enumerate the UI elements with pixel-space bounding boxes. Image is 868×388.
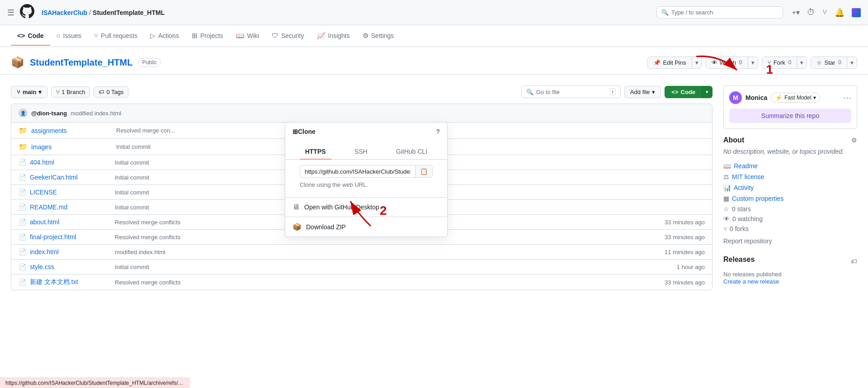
repo-sidebar: M Monica ⚡ Fast Model ▾ ⋯ Summarize this… [723, 85, 857, 290]
desktop-icon: 🖥 [292, 203, 300, 211]
create-release-link[interactable]: Create a new release [723, 278, 779, 285]
balance-icon: ⚖ [723, 173, 729, 180]
file-name-link[interactable]: about.html [30, 218, 111, 226]
monica-name: Monica [745, 94, 767, 101]
custom-props-link[interactable]: ▦ Custom properties [723, 193, 857, 204]
tab-insights[interactable]: 📈 Insights [311, 26, 356, 46]
branch-count[interactable]: ⑂ 1 Branch [51, 86, 90, 98]
tab-code[interactable]: <> Code [11, 26, 50, 46]
folder-icon: 📁 [19, 142, 28, 151]
hamburger-icon[interactable]: ☰ [7, 8, 14, 18]
file-name-link[interactable]: index.html [30, 248, 111, 256]
folder-icon: 📁 [19, 126, 28, 135]
security-icon: 🛡 [272, 32, 278, 39]
edit-pins-caret[interactable]: ▾ [692, 57, 702, 68]
insights-icon: 📈 [317, 32, 326, 40]
code-brackets-icon: <> [671, 89, 678, 95]
clone-tab-cli[interactable]: GitHub CLI [391, 144, 433, 160]
file-name-link[interactable]: GeekerICan.html [30, 174, 111, 181]
commit-author[interactable]: @dion-tsang [31, 110, 67, 117]
org-link[interactable]: ISAHackerClub [42, 9, 87, 16]
watch-caret[interactable]: ▾ [748, 57, 758, 68]
annotation-number-1: 1 [766, 62, 773, 77]
file-icon: 📄 [19, 174, 26, 181]
summarize-button[interactable]: Summarize this repo [729, 109, 851, 123]
clone-tabs: HTTPS SSH GitHub CLI [285, 139, 447, 160]
file-name-link[interactable]: 404.html [30, 159, 111, 166]
fork-caret[interactable]: ▾ [797, 57, 807, 68]
tab-projects[interactable]: ⊞ Projects [185, 26, 230, 46]
clone-tab-https[interactable]: HTTPS [300, 144, 331, 160]
code-caret-button[interactable]: ▾ [702, 86, 712, 98]
fast-model-icon: ⚡ [775, 94, 783, 101]
timer-icon[interactable]: ⏱ [807, 8, 815, 17]
file-time: 11 minutes ago [665, 249, 705, 256]
tab-pull-requests[interactable]: ⑂ Pull requests [88, 26, 144, 46]
open-desktop-option[interactable]: 🖥 Open with GitHub Desktop [285, 198, 447, 217]
tab-settings[interactable]: ⚙ Settings [356, 26, 401, 46]
file-icon: 📄 [19, 263, 26, 270]
git-pull-icon[interactable]: ⑂ [822, 8, 827, 17]
file-name-link[interactable]: 新建 文本文档.txt [30, 278, 111, 286]
license-link[interactable]: ⚖ MIT license [723, 171, 857, 182]
repo-actions: 📌 Edit Pins ▾ 👁 Watch 0 ▾ ⑂ Fork 0 ▾ [647, 57, 857, 69]
watch-button[interactable]: 👁 Watch 0 [706, 57, 748, 68]
tag-icon: 🏷 [99, 89, 104, 95]
releases-section: Releases 🏷 No releases published Create … [723, 256, 857, 285]
activity-link[interactable]: 📊 Activity [723, 182, 857, 193]
add-file-button[interactable]: Add file ▾ [624, 86, 661, 98]
model-badge[interactable]: ⚡ Fast Model ▾ [771, 93, 820, 103]
tab-issues[interactable]: ○ Issues [50, 26, 88, 46]
file-name-link[interactable]: final-project.html [30, 233, 111, 241]
tab-wiki[interactable]: 📖 Wiki [230, 26, 265, 46]
pin-icon: 📌 [653, 59, 660, 66]
table-row: 📄style.cssInitial commit1 hour ago [11, 260, 712, 274]
watch-group: 👁 Watch 0 ▾ [706, 57, 758, 69]
repo-name[interactable]: StudentTemplate_HTML [93, 9, 165, 16]
repo-title[interactable]: StudentTemplate_HTML [30, 57, 132, 68]
star-caret[interactable]: ▾ [847, 57, 857, 68]
report-repo-link[interactable]: Report repository [723, 236, 857, 246]
file-name-link[interactable]: README.md [30, 203, 111, 211]
github-logo-icon[interactable] [20, 4, 34, 21]
star-button[interactable]: ☆ Star 0 [811, 57, 847, 68]
readme-link[interactable]: 📖 Readme [723, 161, 857, 171]
clone-help-icon[interactable]: ? [436, 128, 440, 135]
tab-actions[interactable]: ▷ Actions [144, 26, 185, 46]
monica-avatar: M [729, 91, 742, 104]
about-description: No description, website, or topics provi… [723, 148, 857, 155]
grid-icon[interactable] [852, 8, 861, 17]
clone-tab-ssh[interactable]: SSH [349, 144, 373, 160]
download-zip-option[interactable]: 📦 Download ZIP [285, 217, 447, 237]
about-settings-icon[interactable]: ⚙ [851, 137, 857, 144]
goto-file-input[interactable]: 🔍 Go to file t [521, 85, 621, 98]
branch-selector[interactable]: ⑂ main ▾ [11, 86, 47, 98]
file-commit-message: Initial commit [115, 264, 673, 270]
file-name-link[interactable]: assignments [31, 127, 113, 134]
clone-url-input[interactable] [300, 166, 415, 177]
file-icon: 📄 [19, 189, 26, 196]
repo-header: 📦 StudentTemplate_HTML Public 📌 Edit Pin… [0, 47, 868, 75]
commit-message: modified index.html [71, 110, 121, 117]
file-name-link[interactable]: LICENSE [30, 189, 111, 196]
tag-count[interactable]: 🏷 0 Tags [94, 86, 128, 98]
global-search[interactable]: 🔍 Type / to search [656, 6, 783, 19]
tab-security[interactable]: 🛡 Security [265, 26, 311, 46]
plus-icon[interactable]: +▾ [792, 8, 800, 17]
star-icon: ☆ [816, 59, 822, 66]
forks-stat: ⑂ 0 forks [723, 224, 857, 234]
edit-pins-button[interactable]: 📌 Edit Pins [648, 57, 691, 68]
file-name-link[interactable]: style.css [30, 263, 111, 270]
about-section: About ⚙ No description, website, or topi… [723, 136, 857, 246]
clone-url-row: 📋 [300, 165, 433, 178]
file-name-link[interactable]: images [31, 143, 113, 151]
about-title: About [723, 136, 744, 144]
bell-icon[interactable]: 🔔 [835, 8, 844, 18]
code-main-button[interactable]: <> Code [665, 86, 702, 98]
zip-icon: 📦 [292, 222, 302, 231]
copy-url-button[interactable]: 📋 [415, 166, 432, 177]
monica-more-button[interactable]: ⋯ [843, 93, 851, 103]
search-icon: 🔍 [661, 9, 669, 16]
chevron-down-icon: ▾ [38, 89, 42, 95]
monica-header: M Monica ⚡ Fast Model ▾ ⋯ [729, 91, 851, 104]
